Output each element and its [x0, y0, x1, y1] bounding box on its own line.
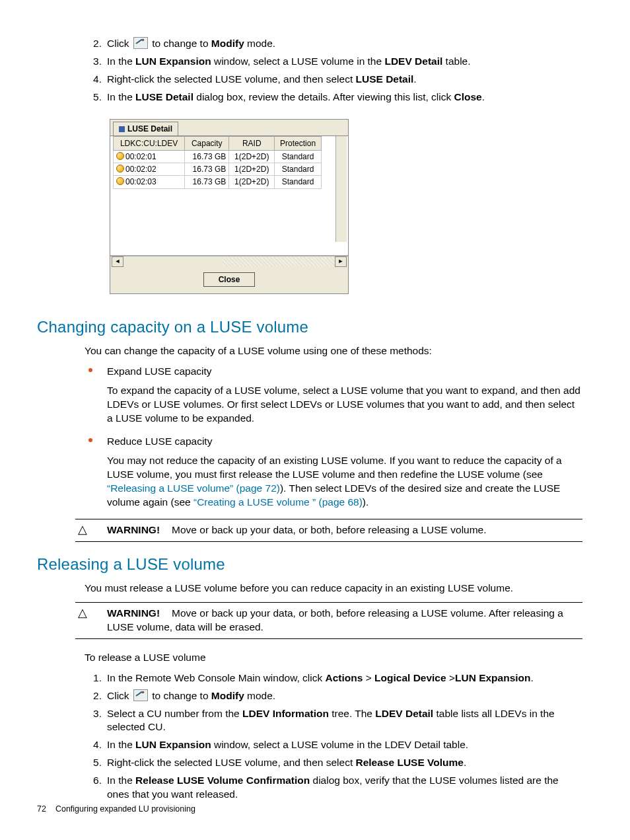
warning-callout: △ WARNING!Move or back up your data, or …	[75, 602, 582, 639]
warning-icon: △	[78, 523, 87, 535]
procedure-lead: To release a LUSE volume	[85, 651, 582, 665]
step-3: 3. Select a CU number from the LDEV Info…	[37, 707, 582, 735]
step-text: In the Remote Web Console Main window, c…	[107, 672, 534, 683]
step-number: 2.	[83, 689, 102, 703]
warning-text: Move or back up your data, or both, befo…	[107, 607, 563, 632]
volume-icon	[116, 177, 124, 185]
section-heading-changing-capacity: Changing capacity on a LUSE volume	[37, 317, 582, 338]
footer-title: Configuring expanded LU provisioning	[55, 804, 195, 814]
warning-label: WARNING!	[107, 524, 160, 535]
warning-callout: △ WARNING!Move or back up your data, or …	[75, 519, 582, 542]
scroll-track[interactable]	[223, 257, 335, 266]
step-2: 2. Click to change to Modify mode.	[37, 689, 582, 703]
step-6: 6. In the Release LUSE Volume Confirmati…	[37, 774, 582, 802]
col-protection[interactable]: Protection	[275, 136, 322, 150]
table-row[interactable]: 00:02:03 16.73 GB 1(2D+2D) Standard	[114, 176, 322, 188]
list-item-expand: Expand LUSE capacity To expand the capac…	[37, 365, 582, 426]
close-button[interactable]: Close	[203, 272, 256, 287]
step-number: 1.	[83, 671, 102, 685]
capacity-methods-list: Expand LUSE capacity To expand the capac…	[37, 365, 582, 509]
luse-detail-dialog: LUSE Detail LDKC:CU:LDEV Capacity RAID P…	[110, 119, 582, 294]
step-text: Select a CU number from the LDEV Informa…	[107, 708, 555, 733]
release-procedure: 1. In the Remote Web Console Main window…	[37, 671, 582, 802]
step-number: 5.	[83, 91, 102, 104]
step-number: 6.	[83, 774, 102, 788]
volume-icon	[116, 165, 124, 172]
step-2: 2. Click to change to Modify mode.	[37, 37, 582, 51]
page-footer: 72Configuring expanded LU provisioning	[37, 804, 195, 815]
step-number: 2.	[83, 37, 102, 51]
table-row[interactable]: 00:02:02 16.73 GB 1(2D+2D) Standard	[114, 163, 322, 176]
luse-detail-table: LDKC:CU:LDEV Capacity RAID Protection 00…	[113, 136, 322, 189]
step-number: 3.	[83, 55, 102, 69]
step-5: 5. Right-click the selected LUSE volume,…	[37, 756, 582, 770]
step-text: Right-click the selected LUSE volume, an…	[107, 73, 417, 85]
step-4: 4. In the LUN Expansion window, select a…	[37, 738, 582, 752]
bullet-title: Reduce LUSE capacity	[107, 436, 212, 447]
bullet-body: To expand the capacity of a LUSE volume,…	[107, 384, 582, 426]
step-text: In the LUSE Detail dialog box, review th…	[107, 91, 485, 102]
step-text: Click to change to Modify mode.	[107, 690, 275, 701]
col-raid[interactable]: RAID	[229, 136, 275, 150]
step-4: 4. Right-click the selected LUSE volume,…	[37, 73, 582, 87]
modify-mode-icon	[133, 37, 148, 49]
tab-icon	[119, 126, 125, 132]
table-row[interactable]: 00:02:01 16.73 GB 1(2D+2D) Standard	[114, 151, 322, 163]
bullet-icon	[88, 438, 92, 442]
warning-icon: △	[78, 607, 87, 619]
step-number: 3.	[83, 707, 102, 721]
step-number: 4.	[83, 73, 102, 87]
bullet-icon	[88, 368, 92, 372]
list-item-reduce: Reduce LUSE capacity You may not reduce …	[37, 435, 582, 510]
horizontal-scrollbar[interactable]: ◄ ►	[110, 256, 348, 267]
step-1: 1. In the Remote Web Console Main window…	[37, 671, 582, 685]
volume-icon	[116, 152, 124, 160]
modify-mode-icon	[133, 689, 148, 701]
step-number: 5.	[83, 756, 102, 770]
xref-creating-luse[interactable]: “Creating a LUSE volume ” (page 68)	[193, 496, 363, 508]
xref-releasing-luse[interactable]: “Releasing a LUSE volume” (page 72)	[107, 482, 280, 494]
section-intro: You can change the capacity of a LUSE vo…	[85, 344, 582, 358]
col-capacity[interactable]: Capacity	[185, 136, 229, 150]
col-ldkc[interactable]: LDKC:CU:LDEV	[114, 136, 185, 150]
vertical-scrollbar[interactable]	[335, 136, 347, 242]
dialog-tab[interactable]: LUSE Detail	[113, 122, 178, 135]
step-text: In the Release LUSE Volume Confirmation …	[107, 775, 559, 800]
step-5: 5. In the LUSE Detail dialog box, review…	[37, 91, 582, 104]
warning-label: WARNING!	[107, 607, 160, 619]
page-number: 72	[37, 804, 46, 814]
section-heading-releasing-luse: Releasing a LUSE volume	[37, 554, 582, 575]
step-number: 4.	[83, 738, 102, 752]
step-text: In the LUN Expansion window, select a LU…	[107, 739, 468, 750]
section-intro: You must release a LUSE volume before yo…	[85, 582, 582, 595]
warning-text: Move or back up your data, or both, befo…	[172, 524, 486, 535]
step-text: In the LUN Expansion window, select a LU…	[107, 56, 471, 67]
top-procedure: 2. Click to change to Modify mode. 3. In…	[37, 37, 582, 104]
scroll-left-button[interactable]: ◄	[112, 256, 123, 267]
scroll-right-button[interactable]: ►	[335, 256, 347, 267]
bullet-title: Expand LUSE capacity	[107, 365, 212, 377]
step-text: Click to change to Modify mode.	[107, 38, 275, 49]
bullet-body: You may not reduce the capacity of an ex…	[107, 454, 582, 510]
step-text: Right-click the selected LUSE volume, an…	[107, 757, 466, 768]
step-3: 3. In the LUN Expansion window, select a…	[37, 55, 582, 69]
dialog-tabbar: LUSE Detail	[110, 120, 348, 136]
